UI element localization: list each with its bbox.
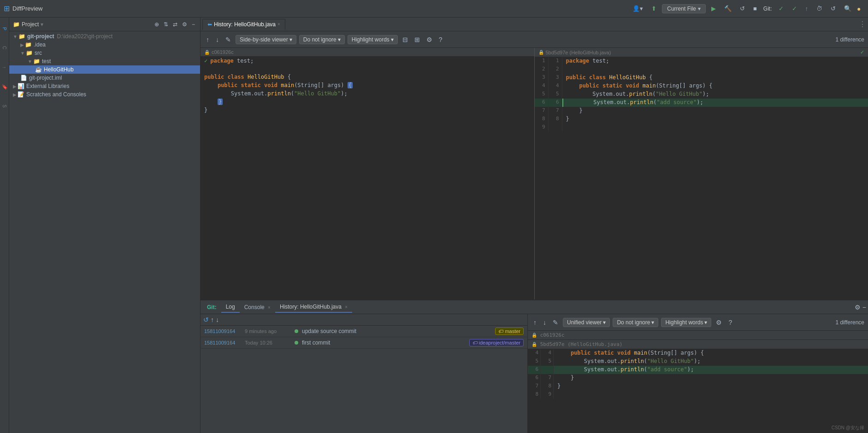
uline-num-right: 4 [541, 349, 554, 357]
highlight-dropdown[interactable]: Highlight words ▾ [348, 35, 398, 44]
editor-tab-history[interactable]: ⬅ History: HelloGitHub.java × [202, 19, 285, 30]
tree-item-ext-libs[interactable]: ▶ 📊 External Libraries [9, 82, 200, 90]
ignore-label: Do not ignore [303, 36, 337, 43]
tree-item-scratches[interactable]: ▶ 📝 Scratches and Consoles [9, 90, 200, 99]
sidebar-bookmarks-icon[interactable]: 🔖 [1, 77, 8, 96]
line-content: } [201, 106, 534, 115]
bottom-settings-button[interactable]: ⚙ [855, 304, 861, 311]
bdiff-down-button[interactable]: ↓ [541, 318, 548, 327]
project-expand-button[interactable]: ⇅ [162, 21, 170, 28]
history-tab[interactable]: History: HelloGitHub.java × [275, 302, 352, 313]
commit-hash: 15811009164 [204, 340, 241, 345]
tree-item-git-project[interactable]: ▼ 📁 git-project D:\idea2022\git-project [9, 32, 200, 41]
tree-arrow-idea-icon: ▶ [20, 42, 24, 47]
current-file-dropdown[interactable]: Current File ▾ [662, 4, 706, 13]
sidebar-pullrequest-icon[interactable]: ↑ [1, 58, 8, 76]
columns-button[interactable]: ⊟ [401, 35, 410, 44]
sidebar-project-icon[interactable]: P [1, 19, 8, 38]
git-push-button[interactable]: ↑ [803, 4, 811, 13]
bdiff-ignore-dropdown[interactable]: Do not ignore ▾ [613, 318, 658, 327]
commit-message: first commit [302, 339, 466, 346]
git-check2-button[interactable]: ✓ [789, 4, 800, 13]
bdiff-settings-button[interactable]: ⚙ [714, 318, 724, 327]
bdiff-viewer-dropdown[interactable]: Unified viewer ▾ [563, 318, 610, 327]
log-tab[interactable]: Log [221, 302, 240, 313]
edit-button[interactable]: ✎ [224, 35, 233, 44]
right-code-area[interactable]: 1 1 package test; 2 2 3 3 public cla [535, 57, 868, 299]
commit-button[interactable]: ⬆ [649, 4, 659, 13]
left-code-area[interactable]: ✓ package test; public class HelloGitHub… [201, 57, 534, 299]
log-refresh-button[interactable]: ↺ [203, 316, 209, 323]
commit-branch-badge: 🏷 master [495, 328, 524, 335]
history-close-icon[interactable]: × [345, 304, 348, 310]
bdiff-highlight-dropdown[interactable]: Highlight words ▾ [661, 318, 711, 327]
commit-dot-icon [295, 341, 298, 345]
project-collapse-button[interactable]: ⇄ [171, 21, 179, 28]
bottom-diff-toolbar: ↑ ↓ ✎ Unified viewer ▾ Do not ignore ▾ H… [528, 314, 868, 331]
profile-button[interactable]: 👤▾ [630, 4, 646, 13]
columns2-button[interactable]: ⊞ [413, 35, 422, 44]
tree-item-test[interactable]: ▼ 📁 test [9, 57, 200, 65]
sidebar-commit-icon[interactable]: C [1, 39, 8, 57]
bdiff-edit-button[interactable]: ✎ [551, 318, 560, 327]
ignore-dropdown[interactable]: Do not ignore ▾ [299, 35, 345, 44]
tree-arrow-scratches-icon: ▶ [13, 92, 17, 97]
commit-row[interactable]: 15811009164 Today 10:26 first commit 🏷 i… [201, 337, 527, 349]
tree-item-hellogithub[interactable]: ☕ HelloGitHub [9, 65, 200, 74]
tree-item-idea[interactable]: ▶ 📁 .idea [9, 41, 200, 49]
stop-button[interactable]: ■ [750, 4, 760, 13]
highlight-chevron-icon: ▾ [391, 36, 394, 43]
bdiff-help-button[interactable]: ? [726, 318, 734, 327]
build-button[interactable]: 🔨 [721, 4, 734, 13]
tree-item-iml[interactable]: 📄 git-project.iml [9, 74, 200, 82]
up-button[interactable]: ↑ [204, 35, 211, 44]
highlight-label: Highlight words [352, 36, 390, 43]
line-content [562, 123, 868, 132]
git-log-panel: ↺ ↑ ↓ 15811009164 9 minutes ago update s… [201, 314, 528, 433]
sidebar-structure-icon[interactable]: S [1, 97, 8, 115]
tree-item-src[interactable]: ▼ 📁 src [9, 49, 200, 57]
uline-num-right: 5 [541, 357, 554, 366]
code-line: } [201, 106, 534, 115]
search-button[interactable]: 🔍 [841, 4, 854, 13]
log-down-button[interactable]: ↓ [216, 316, 219, 323]
unified-line: 4 4 public static void main(String[] arg… [528, 349, 868, 357]
reload-button[interactable]: ↺ [737, 4, 748, 13]
commit-row[interactable]: 15811009164 9 minutes ago update source … [201, 326, 527, 337]
editor-tab-label: History: HelloGitHub.java [214, 21, 276, 28]
viewer-dropdown[interactable]: Side-by-side viewer ▾ [236, 35, 296, 44]
log-up-button[interactable]: ↑ [211, 316, 214, 323]
git-undo-button[interactable]: ↺ [828, 4, 838, 13]
sidebar-icons: P C ↑ 🔖 S [0, 18, 9, 433]
tab-close-icon[interactable]: × [278, 22, 280, 27]
line-num-right: 6 [549, 99, 562, 107]
diff-editor: 🔒 c061926c ✓ package test; [201, 48, 868, 299]
project-dropdown-icon: ▾ [41, 21, 43, 28]
git-check1-button[interactable]: ✓ [776, 4, 786, 13]
project-add-button[interactable]: ⊕ [153, 21, 160, 28]
bdiff-up-button[interactable]: ↑ [531, 318, 538, 327]
bottom-minimize-button[interactable]: − [862, 304, 866, 311]
settings-button[interactable]: ⚙ [425, 35, 434, 44]
bdiff-viewer-label: Unified viewer [567, 319, 602, 326]
run-button[interactable]: ▶ [709, 4, 719, 13]
console-close-icon[interactable]: × [268, 305, 271, 310]
uline-content [554, 391, 868, 399]
uline-num-left: 7 [528, 382, 541, 391]
code-line: 1 1 package test; [535, 57, 868, 65]
help-button[interactable]: ? [437, 35, 444, 44]
tabs-more-icon[interactable]: ⋮ [859, 20, 866, 29]
code-line: 2 2 [535, 65, 868, 74]
code-line: public static void main(String[] args) { [201, 82, 534, 90]
uline-num-left: 5 [528, 357, 541, 366]
console-tab[interactable]: Console × [240, 302, 275, 312]
line-num-right: 2 [549, 65, 562, 74]
tree-arrow-icon: ▼ [13, 34, 18, 39]
git-clock-button[interactable]: ⏱ [814, 4, 825, 13]
down-button[interactable]: ↓ [214, 35, 221, 44]
branch-label: master [505, 328, 520, 334]
app-logo-icon: ⊞ [4, 4, 10, 13]
project-settings-button[interactable]: ⚙ [181, 21, 189, 28]
project-minimize-button[interactable]: − [190, 21, 196, 28]
bottom-diff-content[interactable]: 🔒 c061926c 🔒 5bd5d97e (HelloGitHub.java)… [528, 331, 868, 433]
